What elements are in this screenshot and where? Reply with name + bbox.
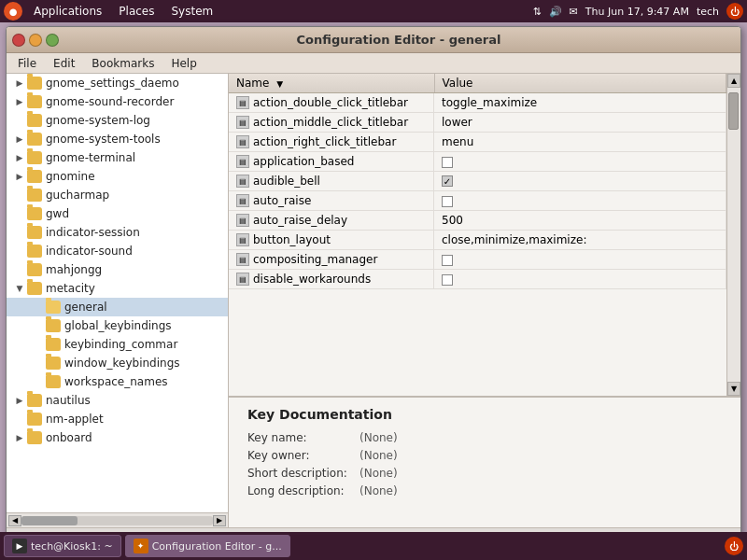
- tree-item-indicator-sound[interactable]: indicator-sound: [7, 242, 228, 260]
- tree-expander-1[interactable]: ▶: [14, 96, 25, 107]
- tree-expander-5[interactable]: ▶: [14, 171, 25, 182]
- checkbox-3[interactable]: [442, 157, 453, 168]
- table-row[interactable]: ▤application_based: [229, 152, 726, 172]
- tree-item-gnome-terminal[interactable]: ▶gnome-terminal: [7, 148, 228, 167]
- tree-expander-8[interactable]: [14, 227, 25, 238]
- row-name-7: button_layout: [253, 233, 331, 246]
- table-row[interactable]: ▤button_layoutclose,minimize,maximize:: [229, 231, 726, 250]
- mail-icon[interactable]: ✉: [570, 6, 578, 18]
- tree-expander-13[interactable]: [33, 320, 44, 331]
- hscroll-track[interactable]: [21, 516, 213, 525]
- table-cell-name-2: ▤action_right_click_titlebar: [229, 133, 434, 151]
- table-row[interactable]: ▤audible_bell✓: [229, 172, 726, 191]
- tree-expander-19[interactable]: ▶: [14, 432, 25, 443]
- tree-item-indicator-session[interactable]: indicator-session: [7, 223, 228, 242]
- tree-label-15: window_keybindings: [64, 357, 180, 370]
- power-button[interactable]: ⏻: [726, 3, 743, 20]
- tree-item-nm-applet[interactable]: nm-applet: [7, 410, 228, 428]
- table-cell-value-9: [434, 270, 726, 289]
- tree-panel[interactable]: ▶gnome_settings_daemo▶gnome-sound-record…: [7, 74, 228, 512]
- table-row[interactable]: ▤disable_workarounds: [229, 270, 726, 289]
- tree-item-nautilus[interactable]: ▶nautilus: [7, 391, 228, 410]
- tree-expander-6[interactable]: [14, 189, 25, 201]
- vscroll-down-btn[interactable]: ▼: [727, 382, 740, 396]
- tree-expander-7[interactable]: [14, 208, 25, 219]
- window-maximize-button[interactable]: [46, 34, 59, 47]
- table-cell-value-8: [434, 250, 726, 270]
- tree-item-keybinding-commar[interactable]: keybinding_commar: [7, 335, 228, 354]
- vscroll-track[interactable]: [727, 88, 740, 382]
- vscroll-up-btn[interactable]: ▲: [727, 74, 740, 88]
- col-value-header[interactable]: Value: [434, 74, 726, 93]
- hscroll-thumb[interactable]: [21, 516, 78, 525]
- tree-expander-12[interactable]: [33, 301, 44, 313]
- tree-horizontal-scrollbar[interactable]: ◀ ▶: [7, 512, 228, 527]
- tree-item-onboard[interactable]: ▶onboard: [7, 428, 228, 447]
- checkbox-5[interactable]: [442, 196, 453, 207]
- taskbar-config-editor[interactable]: ✦ Configuration Editor - g...: [125, 535, 290, 557]
- tree-item-gnomine[interactable]: ▶gnomine: [7, 167, 228, 186]
- doc-long-desc-label: Long description:: [247, 484, 359, 497]
- window-minimize-button[interactable]: [29, 34, 42, 47]
- table-vscroll[interactable]: ▲ ▼: [726, 74, 740, 396]
- table-row[interactable]: ▤action_right_click_titlebarmenu: [229, 133, 726, 152]
- menu-help[interactable]: Help: [163, 55, 204, 72]
- taskbar-terminal[interactable]: ▶ tech@Kiosk1: ~: [4, 535, 121, 557]
- table-row[interactable]: ▤compositing_manager: [229, 250, 726, 270]
- ubuntu-logo[interactable]: ●: [4, 2, 22, 21]
- table-cell-name-4: ▤audible_bell: [229, 172, 434, 190]
- menu-file[interactable]: File: [10, 55, 44, 72]
- checkbox-4[interactable]: ✓: [442, 175, 453, 187]
- system-menu[interactable]: System: [163, 3, 220, 20]
- tree-label-6: gucharmap: [46, 189, 109, 202]
- tree-expander-2[interactable]: [14, 115, 25, 126]
- tree-item-gnome-system-log[interactable]: gnome-system-log: [7, 111, 228, 130]
- tree-expander-3[interactable]: ▶: [14, 133, 25, 145]
- hscroll-right-btn[interactable]: ▶: [213, 515, 226, 526]
- terminal-icon: ▶: [12, 539, 27, 553]
- doc-title: Key Documentation: [247, 407, 722, 422]
- tree-item-gwd[interactable]: gwd: [7, 204, 228, 223]
- table-row[interactable]: ▤auto_raise_delay500: [229, 211, 726, 231]
- menu-bookmarks[interactable]: Bookmarks: [84, 55, 162, 72]
- hscroll-left-btn[interactable]: ◀: [8, 515, 21, 526]
- applications-menu[interactable]: Applications: [26, 3, 109, 20]
- tree-expander-16[interactable]: [33, 376, 44, 387]
- table-row[interactable]: ▤action_middle_click_titlebarlower: [229, 113, 726, 133]
- tree-expander-4[interactable]: ▶: [14, 152, 25, 163]
- main-content: ▶gnome_settings_daemo▶gnome-sound-record…: [7, 74, 740, 527]
- tree-expander-15[interactable]: [33, 357, 44, 369]
- tree-expander-9[interactable]: [14, 245, 25, 257]
- tree-expander-10[interactable]: [14, 264, 25, 275]
- tree-item-metacity[interactable]: ▼metacity: [7, 279, 228, 298]
- tree-expander-18[interactable]: [14, 413, 25, 425]
- table-row[interactable]: ▤auto_raise: [229, 191, 726, 211]
- checkbox-8[interactable]: [442, 255, 453, 266]
- tree-item-gnome-system-tools[interactable]: ▶gnome-system-tools: [7, 130, 228, 148]
- tree-item-gnome-sound-recorder[interactable]: ▶gnome-sound-recorder: [7, 92, 228, 111]
- taskbar-end-button[interactable]: ⏻: [725, 537, 743, 555]
- table-area: Name ▼ Value ▤action_double_click_titleb…: [229, 74, 740, 397]
- tree-item-general[interactable]: general: [7, 298, 228, 316]
- volume-icon[interactable]: 🔊: [549, 6, 562, 18]
- window-close-button[interactable]: [12, 34, 25, 47]
- checkbox-9[interactable]: [442, 274, 453, 286]
- row-name-1: action_middle_click_titlebar: [253, 116, 408, 129]
- tree-expander-17[interactable]: ▶: [14, 395, 25, 406]
- tree-expander-11[interactable]: ▼: [14, 283, 25, 294]
- tree-item-gnome-settings-daemo[interactable]: ▶gnome_settings_daemo: [7, 74, 228, 92]
- tree-item-gucharmap[interactable]: gucharmap: [7, 186, 228, 204]
- tree-item-global-keybindings[interactable]: global_keybindings: [7, 316, 228, 335]
- table-row[interactable]: ▤action_double_click_titlebartoggle_maxi…: [229, 93, 726, 113]
- tree-item-workspace-names[interactable]: workspace_names: [7, 372, 228, 391]
- tree-item-window-keybindings[interactable]: window_keybindings: [7, 354, 228, 372]
- tree-item-mahjongg[interactable]: mahjongg: [7, 260, 228, 279]
- col-name-header[interactable]: Name ▼: [229, 74, 434, 93]
- doc-long-desc-row: Long description: (None): [247, 484, 722, 497]
- places-menu[interactable]: Places: [111, 3, 162, 20]
- tree-expander-14[interactable]: [33, 339, 44, 350]
- vscroll-thumb[interactable]: [728, 92, 739, 130]
- table-cell-value-0: toggle_maximize: [434, 93, 726, 113]
- tree-expander-0[interactable]: ▶: [14, 77, 25, 89]
- menu-edit[interactable]: Edit: [46, 55, 82, 72]
